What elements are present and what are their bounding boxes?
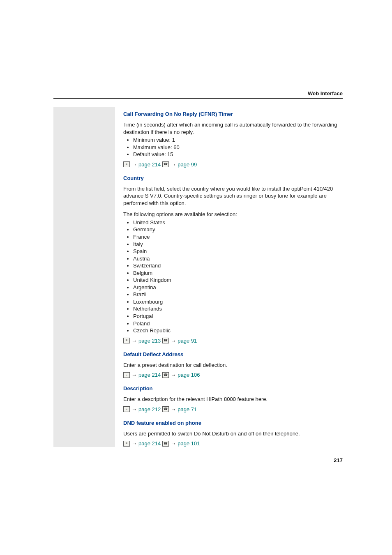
phone-ref-icon: ☎ [162, 441, 169, 447]
cfnr-list: Minimum value: 1 Maximum value: 60 Defau… [123, 136, 343, 158]
deflect-title: Default Deflect Address [123, 351, 343, 357]
page-number: 217 [123, 457, 343, 463]
page-ref-link[interactable]: page 214 [138, 440, 161, 447]
list-item: Brazil [133, 291, 343, 298]
list-item: Belgium [133, 269, 343, 277]
page-ref-link[interactable]: page 91 [178, 338, 197, 344]
arrow-icon: → [131, 440, 137, 447]
page: Web Interface Call Forwarding On No Repl… [0, 0, 392, 488]
deflect-refs: ≡ → page 214 ☎ → page 106 [123, 372, 343, 378]
page-ref-link[interactable]: page 212 [138, 406, 161, 412]
page-ref-link[interactable]: page 101 [178, 440, 200, 447]
description-refs: ≡ → page 212 ☎ → page 71 [123, 406, 343, 412]
web-ref-icon: ≡ [123, 161, 130, 167]
web-ref-icon: ≡ [123, 372, 130, 378]
list-item: Austria [133, 255, 343, 263]
web-ref-icon: ≡ [123, 338, 130, 343]
content-area: Call Forwarding On No Reply (CFNR) Timer… [123, 111, 343, 463]
arrow-icon: → [171, 161, 176, 168]
arrow-icon: → [131, 406, 137, 412]
description-intro: Enter a description for the relevant HiP… [123, 396, 343, 403]
list-item: Switzerland [133, 262, 343, 269]
cfnr-title: Call Forwarding On No Reply (CFNR) Timer [123, 111, 343, 117]
page-ref-link[interactable]: page 71 [178, 406, 197, 412]
country-title: Country [123, 175, 343, 181]
page-ref-link[interactable]: page 106 [178, 372, 200, 378]
list-item: Argentina [133, 284, 343, 291]
country-intro: From the list field, select the country … [123, 185, 343, 207]
list-item: France [133, 233, 343, 241]
list-item: United Kingdom [133, 276, 343, 284]
arrow-icon: → [171, 406, 176, 412]
list-item: Netherlands [133, 305, 343, 313]
arrow-icon: → [131, 338, 137, 344]
list-item: Minimum value: 1 [133, 136, 343, 144]
web-ref-icon: ≡ [123, 406, 130, 412]
header-title: Web Interface [308, 90, 343, 97]
list-item: Czech Republic [133, 327, 343, 334]
list-item: Spain [133, 248, 343, 255]
dnd-refs: ≡ → page 214 ☎ → page 101 [123, 440, 343, 447]
page-ref-link[interactable]: page 214 [138, 372, 161, 378]
arrow-icon: → [171, 372, 176, 378]
page-header: Web Interface [53, 90, 343, 99]
deflect-intro: Enter a preset destination for call defl… [123, 362, 343, 369]
phone-ref-icon: ☎ [162, 161, 169, 167]
list-item: Luxembourg [133, 298, 343, 306]
arrow-icon: → [171, 338, 176, 344]
web-ref-icon: ≡ [123, 441, 130, 447]
country-options-intro: The following options are available for … [123, 211, 343, 218]
phone-ref-icon: ☎ [162, 406, 169, 412]
country-refs: ≡ → page 213 ☎ → page 91 [123, 338, 343, 344]
list-item: Germany [133, 226, 343, 233]
arrow-icon: → [131, 161, 137, 168]
cfnr-intro: Time (in seconds) after which an incomin… [123, 121, 343, 136]
phone-ref-icon: ☎ [162, 338, 169, 343]
arrow-icon: → [171, 440, 176, 447]
dnd-intro: Users are permitted to switch Do Not Dis… [123, 430, 343, 438]
list-item: Maximum value: 60 [133, 144, 343, 151]
page-ref-link[interactable]: page 99 [178, 161, 197, 168]
country-list: United States Germany France Italy Spain… [123, 219, 343, 334]
list-item: Portugal [133, 313, 343, 320]
dnd-title: DND feature enabled on phone [123, 420, 343, 426]
list-item: Default value: 15 [133, 151, 343, 158]
phone-ref-icon: ☎ [162, 372, 169, 378]
list-item: Poland [133, 320, 343, 327]
description-title: Description [123, 385, 343, 391]
sidebar-strip [53, 107, 115, 447]
page-ref-link[interactable]: page 213 [138, 338, 161, 344]
list-item: Italy [133, 241, 343, 248]
list-item: United States [133, 219, 343, 226]
cfnr-refs: ≡ → page 214 ☎ → page 99 [123, 161, 343, 168]
arrow-icon: → [131, 372, 137, 378]
page-ref-link[interactable]: page 214 [138, 161, 161, 168]
